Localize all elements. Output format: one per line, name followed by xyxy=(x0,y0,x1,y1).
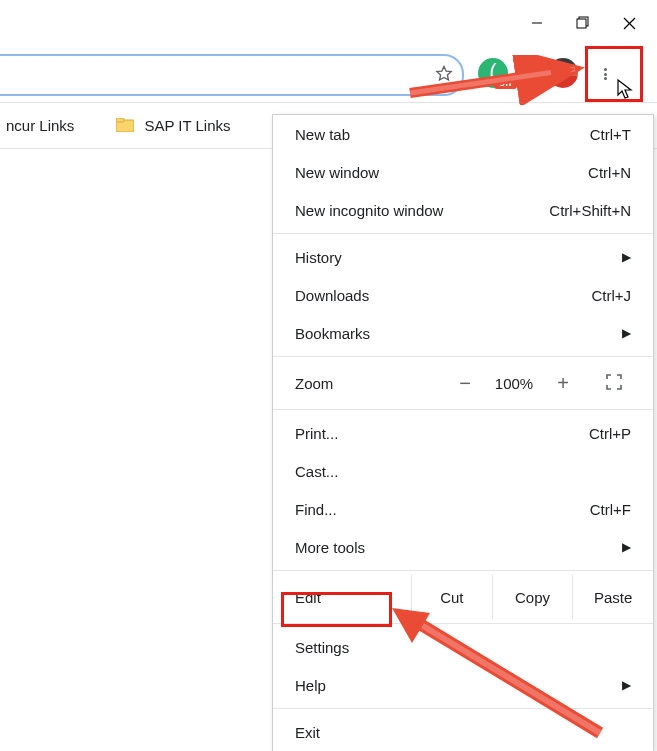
fullscreen-button[interactable] xyxy=(597,374,631,393)
menu-item-help[interactable]: Help▶ xyxy=(273,666,653,704)
menu-item-new-window[interactable]: New windowCtrl+N xyxy=(273,153,653,191)
bookmark-label: ncur Links xyxy=(6,117,74,134)
zoom-level: 100% xyxy=(485,375,543,392)
zoom-out-button[interactable]: − xyxy=(445,372,485,395)
chrome-menu: New tabCtrl+T New windowCtrl+N New incog… xyxy=(272,114,654,751)
menu-item-settings[interactable]: Settings xyxy=(273,628,653,666)
zoom-in-button[interactable]: + xyxy=(543,372,583,395)
window-close-button[interactable] xyxy=(606,8,652,38)
chevron-right-icon: ▶ xyxy=(485,250,631,264)
menu-item-downloads[interactable]: DownloadsCtrl+J xyxy=(273,276,653,314)
window-restore-button[interactable] xyxy=(560,8,606,38)
folder-icon xyxy=(116,118,134,132)
menu-item-new-incognito[interactable]: New incognito windowCtrl+Shift+N xyxy=(273,191,653,229)
bookmark-label: SAP IT Links xyxy=(144,117,230,134)
chevron-right-icon: ▶ xyxy=(485,678,631,692)
menu-item-edit-row: Edit Cut Copy Paste xyxy=(273,575,653,619)
bookmark-folder-2[interactable]: SAP IT Links xyxy=(110,113,236,138)
profile-avatar[interactable] xyxy=(548,58,578,88)
svg-rect-6 xyxy=(116,118,124,122)
edit-copy-button[interactable]: Copy xyxy=(492,575,573,619)
menu-item-bookmarks[interactable]: Bookmarks▶ xyxy=(273,314,653,352)
chrome-menu-button[interactable] xyxy=(588,57,622,91)
address-bar[interactable] xyxy=(0,54,464,96)
menu-item-history[interactable]: History▶ xyxy=(273,238,653,276)
menu-item-print[interactable]: Print...Ctrl+P xyxy=(273,414,653,452)
chevron-right-icon: ▶ xyxy=(485,540,631,554)
bookmark-star-icon[interactable] xyxy=(434,64,454,87)
svg-rect-2 xyxy=(577,19,586,28)
chevron-right-icon: ▶ xyxy=(485,326,631,340)
browser-toolbar: ( off xyxy=(0,46,657,103)
edit-paste-button[interactable]: Paste xyxy=(572,575,653,619)
bookmark-folder-1[interactable]: ncur Links xyxy=(0,113,80,138)
menu-item-find[interactable]: Find...Ctrl+F xyxy=(273,490,653,528)
extension-off-badge: off xyxy=(494,76,517,89)
edit-cut-button[interactable]: Cut xyxy=(411,575,492,619)
menu-item-zoom: Zoom − 100% + xyxy=(273,361,653,405)
menu-item-exit[interactable]: Exit xyxy=(273,713,653,751)
menu-item-cast[interactable]: Cast... xyxy=(273,452,653,490)
window-minimize-button[interactable] xyxy=(514,8,560,38)
menu-item-more-tools[interactable]: More tools▶ xyxy=(273,528,653,566)
menu-item-new-tab[interactable]: New tabCtrl+T xyxy=(273,115,653,153)
